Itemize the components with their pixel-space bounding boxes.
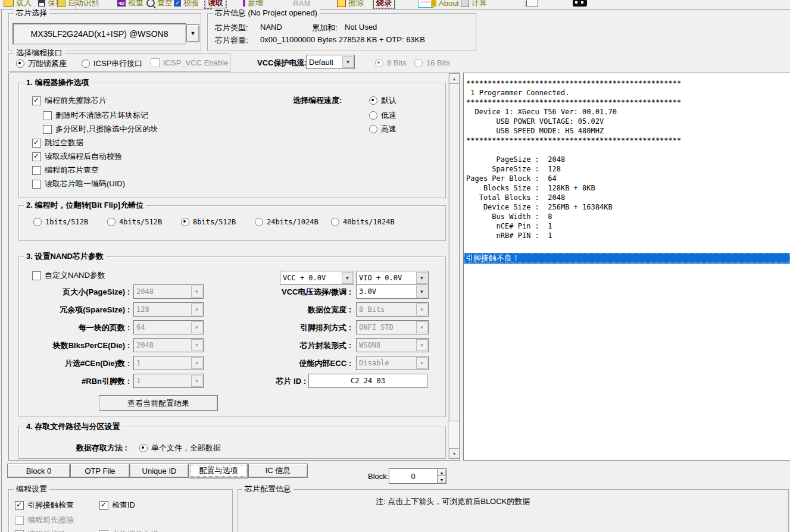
scroll-down-button[interactable]: ▼ [449, 448, 460, 459]
read-uid-checkbox[interactable]: 读取芯片唯一编码(UID) [32, 179, 125, 189]
pages-per-block-label: 每一块的页数 : [27, 323, 130, 333]
custom-nand-checkbox[interactable]: 自定义NAND参数 [32, 270, 105, 281]
skip-blank-checkbox[interactable]: 跳过空数据 [32, 137, 83, 148]
calculator-button[interactable]: 计算 [461, 0, 487, 8]
section1-title: 1. 编程器操作选项 [24, 78, 91, 87]
chip-select-title: 芯片选择 [14, 8, 49, 18]
scrollbar-thumb[interactable] [449, 83, 460, 421]
block-input[interactable]: 0 [389, 468, 438, 484]
vcc-offset-combo[interactable]: VCC + 0.0V ▼ [280, 271, 354, 285]
icsp-radio[interactable]: ICSP串行接口 [82, 58, 142, 69]
chip-select-field[interactable]: MX35LF2G24AD(x1+ISP) @WSON8 [13, 23, 186, 45]
block-browse-note: 注: 点击上下箭头，可浏览前后BLOCK的数据 [376, 496, 530, 507]
chip-select-dropdown-button[interactable]: ▼ [186, 24, 199, 42]
program-button[interactable]: 烧录 [373, 0, 395, 8]
key-icon [431, 0, 436, 7]
verify-button[interactable]: ✓ 校验 [174, 0, 199, 8]
add-button[interactable]: 新增 [243, 0, 263, 8]
chip-type-label: 芯片类型: [215, 23, 248, 33]
radio-icon [139, 444, 148, 452]
tab-unique-id[interactable]: Unique ID [130, 464, 189, 478]
bitflip-4bits-radio[interactable]: 4bits/512B [107, 218, 162, 226]
bitflip-40bits-radio[interactable]: 40bits/1024B [331, 218, 395, 226]
access-method-label: 数据存取方法 : [76, 443, 127, 453]
blank-check-checkbox[interactable]: 编程前芯片查空 [32, 165, 99, 176]
bitflip-1bits-radio[interactable]: 1bits/512B [33, 218, 88, 226]
radio-icon [369, 96, 377, 105]
keep-badblock-checkbox[interactable]: 删除时不清除芯片坏块标记 [43, 110, 148, 121]
speed-label: 选择编程速度: [293, 95, 342, 106]
icsp-vcc-checkbox: ICSP_VCC Enable [151, 58, 228, 67]
blocks-per-ce-label: 块数BlksPerCE(Die) : [27, 340, 130, 351]
chip-id-label: 芯片 ID : [221, 376, 306, 387]
pin-contact-check-checkbox[interactable]: 引脚接触检查 [15, 500, 74, 511]
checkbox-icon [43, 111, 52, 120]
about-button[interactable]: About [431, 0, 459, 8]
bits16-radio: 16 Bits [414, 58, 450, 67]
partition-erase-checkbox[interactable]: 多分区时,只擦除选中分区的块 [43, 124, 158, 134]
chevron-down-icon: ▼ [416, 357, 427, 369]
speed-high-radio[interactable]: 高速 [369, 124, 396, 134]
plug-icon [526, 0, 538, 7]
bitflip-24bits-radio[interactable]: 24bits/1024B [255, 218, 319, 226]
pin-icon [243, 0, 245, 7]
section3-group: 3. 设置NAND芯片参数 自定义NAND参数 页大小(PageSize) : … [18, 256, 446, 417]
checkbox-icon [32, 180, 41, 189]
check-id-button[interactable]: 4D 检查 [117, 0, 143, 8]
speed-low-radio[interactable]: 低速 [369, 110, 396, 121]
block-label: Block: [368, 472, 389, 481]
bitflip-8bits-radio[interactable]: 8bits/512B [181, 218, 236, 226]
radio-icon [107, 218, 115, 226]
tab-config-options[interactable]: 配置与选项 [189, 463, 248, 478]
arrow-down-icon: ▼ [440, 478, 444, 482]
blank-check-button[interactable]: 查空 [146, 0, 173, 8]
xgpro-window: 载入 保存 自动识别 4D 检查 查空 ✓ 校验 读取 新增 [0, 0, 790, 532]
power-button[interactable] [573, 0, 587, 8]
pagesize-combo: 2048 ▼ [133, 284, 204, 299]
chip-type-value: NAND [260, 23, 282, 32]
auto-detect-icon [57, 0, 65, 7]
read-button[interactable]: 读取 [205, 0, 226, 8]
vcc-voltage-combo[interactable]: 3.0V ▼ [356, 284, 429, 299]
toolbar-divider-highlight [0, 10, 790, 10]
folder-icon [4, 0, 14, 7]
section3-title: 3. 设置NAND芯片参数 [24, 252, 106, 261]
scroll-up-button[interactable]: ▲ [449, 73, 460, 84]
auto-verify-checkbox[interactable]: 读取或编程后自动校验 [32, 151, 122, 162]
speed-default-radio[interactable]: 默认 [369, 95, 396, 106]
chip-id-field[interactable]: C2 24 03 [308, 374, 427, 388]
load-button[interactable]: 载入 [4, 0, 32, 8]
internal-ecc-combo: Disable ▼ [356, 356, 429, 370]
log-text: ****************************************… [464, 73, 790, 240]
erase-before-program-checkbox[interactable]: 编程前先擦除芯片 [32, 95, 107, 106]
window-frame-line [1, 0, 2, 532]
options-scrollbar[interactable]: ▲ ▼ [448, 73, 459, 459]
view-config-button[interactable]: 查看当前配置结果 [99, 395, 218, 411]
radio-icon [82, 60, 90, 68]
tab-otp-file[interactable]: OTP File [70, 464, 130, 478]
checksum-label: 累加和: [312, 23, 338, 33]
auto-detect-button[interactable]: 自动识别 [57, 0, 99, 8]
program-settings-title: 编程设置 [14, 484, 49, 494]
section2-title: 2. 编程时，位翻转[Bit Flip]允错位 [24, 201, 146, 210]
checkbox-icon [15, 501, 24, 510]
connection-button[interactable] [526, 0, 538, 8]
rbn-count-combo: 1 ▼ [133, 374, 204, 388]
radio-icon [255, 218, 263, 226]
socket-radio[interactable]: 万能锁紧座 [16, 58, 67, 69]
arrow-up-icon: ▲ [452, 77, 457, 81]
tab-block0[interactable]: Block 0 [7, 464, 70, 478]
checkbox-icon [99, 501, 108, 510]
arrow-down-icon: ▼ [452, 452, 457, 456]
sparesize-label: 冗余项(SpareSize) : [27, 305, 130, 315]
pagesize-label: 页大小(PageSize) : [27, 287, 130, 298]
program-settings-group: 编程设置 引脚接触检查 检查ID 编程前先擦除 编程后校验 允许编号自增 [8, 489, 233, 532]
vcc-current-combo[interactable]: Default ▼ [306, 55, 355, 69]
vio-offset-combo[interactable]: VIO + 0.0V ▼ [356, 271, 429, 285]
block-spin-down-button[interactable]: ▼ [437, 475, 446, 484]
chip-select-group: 芯片选择 MX35LF2G24AD(x1+ISP) @WSON8 ▼ [8, 13, 201, 51]
single-file-radio[interactable]: 单个文件，全部数据 [139, 443, 221, 453]
erase-button[interactable]: 擦除 [337, 0, 364, 8]
check-id-checkbox[interactable]: 检查ID [99, 500, 135, 511]
tab-ic-info[interactable]: IC 信息 [248, 464, 308, 478]
